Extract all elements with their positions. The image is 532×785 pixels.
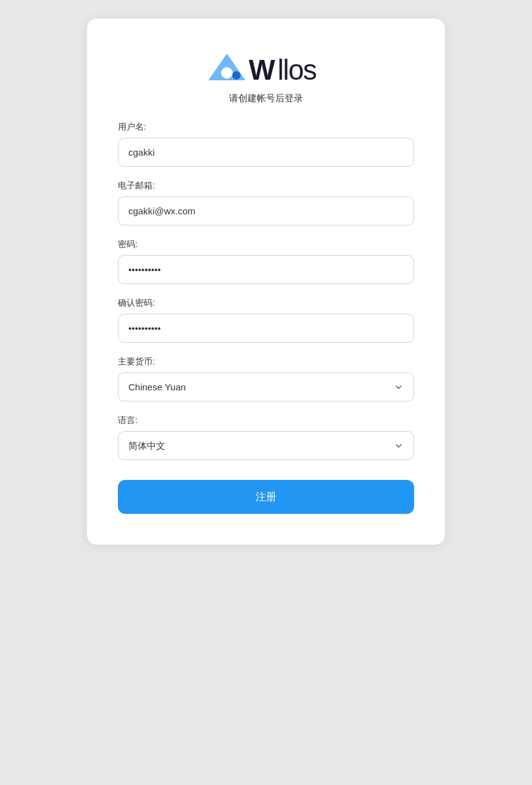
password-label: 密码:: [118, 239, 414, 250]
subtitle: 请创建帐号后登录: [229, 93, 303, 104]
language-group: 语言: 简体中文 English 日本語 한국어: [118, 415, 414, 460]
registration-form: 用户名: 电子邮箱: 密码: 确认密码: 主要货币: Chinese Yuan …: [118, 122, 414, 514]
register-button[interactable]: 注册: [118, 480, 414, 514]
language-label: 语言:: [118, 415, 414, 426]
confirm-password-group: 确认密码:: [118, 298, 414, 343]
email-label: 电子邮箱:: [118, 180, 414, 191]
logo-area: W llos 请创建帐号后登录: [118, 43, 414, 104]
currency-group: 主要货币: Chinese Yuan US Dollar Euro Japane…: [118, 356, 414, 401]
email-group: 电子邮箱:: [118, 180, 414, 225]
email-input[interactable]: [118, 196, 414, 225]
confirm-password-label: 确认密码:: [118, 298, 414, 309]
wallos-logo: W llos: [204, 43, 328, 93]
svg-point-2: [232, 71, 240, 79]
svg-text:W: W: [249, 54, 275, 86]
confirm-password-input[interactable]: [118, 314, 414, 343]
username-label: 用户名:: [118, 122, 414, 133]
username-input[interactable]: [118, 138, 414, 167]
currency-label: 主要货币:: [118, 356, 414, 367]
svg-point-1: [221, 67, 233, 79]
password-group: 密码:: [118, 239, 414, 284]
registration-card: W llos 请创建帐号后登录 用户名: 电子邮箱: 密码: 确认密码:: [87, 19, 445, 545]
currency-select[interactable]: Chinese Yuan US Dollar Euro Japanese Yen…: [118, 372, 414, 401]
language-select[interactable]: 简体中文 English 日本語 한국어: [118, 431, 414, 460]
username-group: 用户名:: [118, 122, 414, 167]
svg-text:llos: llos: [278, 54, 317, 86]
password-input[interactable]: [118, 255, 414, 284]
